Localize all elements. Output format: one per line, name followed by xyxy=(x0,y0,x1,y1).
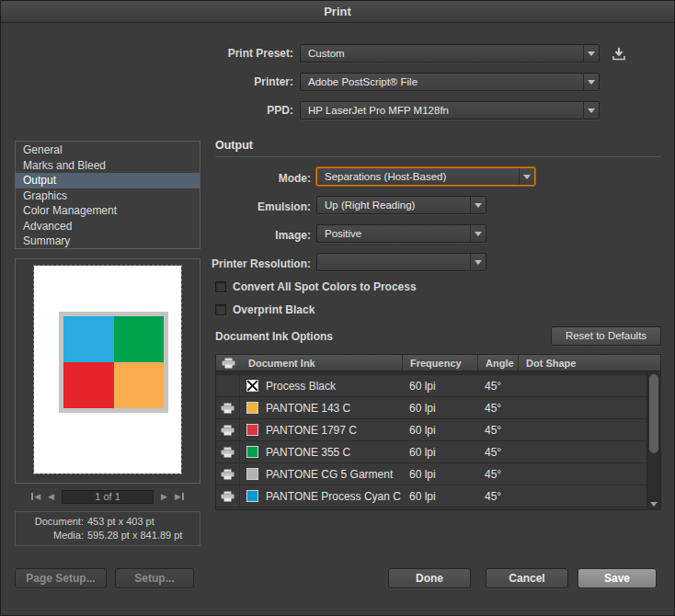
sidebar-item-marks-and-bleed[interactable]: Marks and Bleed xyxy=(16,158,200,174)
ink-row-pantone-355[interactable]: PANTONE 355 C 60 lpi 45° xyxy=(216,441,646,463)
print-column-header[interactable] xyxy=(216,355,240,371)
ppd-dropdown[interactable]: HP LaserJet Pro MFP M128fn xyxy=(300,101,600,120)
print-toggle[interactable] xyxy=(216,463,240,485)
titlebar[interactable]: Print xyxy=(1,1,674,23)
printer-dropdown[interactable]: Adobe PostScript® File xyxy=(300,73,600,91)
convert-spot-colors-checkbox[interactable] xyxy=(215,281,226,292)
document-size-label: Document: xyxy=(16,515,84,529)
page-setup-button[interactable]: Page Setup... xyxy=(15,568,107,588)
ink-name: Process Black xyxy=(266,380,336,393)
ink-swatch xyxy=(246,490,258,502)
chevron-down-icon xyxy=(583,45,599,62)
print-preview xyxy=(15,258,200,484)
sidebar-item-summary[interactable]: Summary xyxy=(16,234,200,249)
save-button[interactable]: Save xyxy=(578,568,657,588)
ink-name: PANTONE 1797 C xyxy=(266,424,357,437)
sidebar-item-color-management[interactable]: Color Management xyxy=(16,203,200,219)
overprint-black-checkbox[interactable] xyxy=(215,304,226,315)
print-toggle[interactable] xyxy=(216,485,240,507)
document-size-value: 453 pt x 403 pt xyxy=(87,515,154,529)
scrollbar-thumb[interactable] xyxy=(649,374,658,453)
vertical-scrollbar[interactable] xyxy=(646,371,660,509)
angle-column-header[interactable]: Angle xyxy=(477,355,518,371)
save-preset-button[interactable] xyxy=(610,45,628,62)
print-toggle[interactable] xyxy=(216,441,240,462)
sidebar-item-general[interactable]: General xyxy=(16,143,200,158)
emulsion-dropdown[interactable]: Up (Right Reading) xyxy=(316,196,486,214)
ink-angle: 45° xyxy=(477,468,518,481)
preview-artwork xyxy=(59,312,168,413)
sidebar-item-graphics[interactable]: Graphics xyxy=(16,188,200,204)
chevron-down-icon xyxy=(583,102,599,119)
ink-angle: 45° xyxy=(477,490,518,503)
sidebar-item-output[interactable]: Output xyxy=(16,173,200,188)
ink-frequency: 60 lpi xyxy=(402,468,477,481)
ink-name: PANTONE 143 C xyxy=(266,402,350,415)
document-ink-table: Document Ink Frequency Angle Dot Shape P… xyxy=(215,354,661,510)
printer-value: Adobe PostScript® File xyxy=(301,76,583,87)
printer-icon xyxy=(221,469,235,480)
reset-to-defaults-button[interactable]: Reset to Defaults xyxy=(551,326,661,346)
image-dropdown[interactable]: Positive xyxy=(316,224,486,243)
ink-frequency: 60 lpi xyxy=(402,380,477,393)
previous-page-button[interactable]: ◀ xyxy=(48,489,54,504)
print-toggle[interactable] xyxy=(216,419,240,440)
sidebar-item-advanced[interactable]: Advanced xyxy=(16,219,200,234)
ink-row-pantone-cg5[interactable]: PANTONE CG 5 Garment 60 lpi 45° xyxy=(216,463,646,485)
cancel-button[interactable]: Cancel xyxy=(486,568,568,588)
next-page-button[interactable]: ▶ xyxy=(161,489,167,504)
ink-row-process-black[interactable]: Process Black 60 lpi 45° xyxy=(216,375,646,397)
print-toggle[interactable] xyxy=(216,375,240,396)
frequency-column-header[interactable]: Frequency xyxy=(402,355,477,371)
printer-icon xyxy=(222,358,235,369)
chevron-down-icon xyxy=(583,74,599,90)
page-navigation: ◀ ◀ 1 of 1 ▶ ▶ xyxy=(15,489,200,504)
ink-row-pantone-143[interactable]: PANTONE 143 C 60 lpi 45° xyxy=(216,397,646,419)
printer-icon xyxy=(221,447,235,458)
window-title: Print xyxy=(324,5,351,18)
image-label: Image: xyxy=(178,226,311,245)
artwork-swatch-green xyxy=(114,316,164,362)
ppd-value: HP LaserJet Pro MFP M128fn xyxy=(301,105,583,116)
ink-swatch xyxy=(246,424,258,436)
ink-name: PANTONE 355 C xyxy=(266,446,350,459)
ink-table-body: Process Black 60 lpi 45° PANTONE 143 C 6… xyxy=(216,371,646,509)
preview-page[interactable] xyxy=(34,266,181,473)
artwork-swatch-red xyxy=(63,362,114,408)
ink-swatch xyxy=(246,446,258,458)
document-ink-options-title: Document Ink Options xyxy=(215,327,399,346)
ink-swatch xyxy=(246,468,258,480)
page-number-field[interactable]: 1 of 1 xyxy=(62,490,154,504)
setup-button[interactable]: Setup... xyxy=(115,568,194,588)
ink-angle: 45° xyxy=(477,424,518,437)
ink-name: PANTONE CG 5 Garment xyxy=(266,468,393,481)
save-preset-icon xyxy=(612,47,626,61)
ink-angle: 45° xyxy=(477,402,518,415)
dot-shape-column-header[interactable]: Dot Shape xyxy=(518,355,660,371)
done-button[interactable]: Done xyxy=(388,568,471,588)
print-options-list: General Marks and Bleed Output Graphics … xyxy=(15,141,200,249)
printer-icon xyxy=(221,425,235,436)
ink-row-pantone-process-cyan[interactable]: PANTONE Process Cyan C 60 lpi 45° xyxy=(216,485,646,508)
ink-angle: 45° xyxy=(477,446,518,459)
first-page-icon xyxy=(31,493,33,500)
mode-dropdown[interactable]: Separations (Host-Based) xyxy=(316,167,535,186)
document-ink-column-header[interactable]: Document Ink xyxy=(240,355,402,371)
print-preset-dropdown[interactable]: Custom xyxy=(300,44,600,63)
last-page-icon xyxy=(182,493,184,500)
ink-row-pantone-1797[interactable]: PANTONE 1797 C 60 lpi 45° xyxy=(216,419,646,441)
printer-icon xyxy=(221,403,235,414)
artwork-swatch-cyan xyxy=(63,316,114,362)
ink-frequency: 60 lpi xyxy=(402,490,477,503)
scroll-down-button[interactable] xyxy=(647,497,660,509)
mode-value: Separations (Host-Based) xyxy=(317,171,519,182)
overprint-black-label: Overprint Black xyxy=(233,303,315,316)
ink-name: PANTONE Process Cyan C xyxy=(266,490,401,503)
print-toggle[interactable] xyxy=(216,397,240,418)
artwork-swatch-orange xyxy=(114,362,164,408)
ink-table-header: Document Ink Frequency Angle Dot Shape xyxy=(216,355,660,371)
first-page-button[interactable]: ◀ xyxy=(31,489,40,504)
print-preset-label: Print Preset: xyxy=(139,44,293,63)
printer-resolution-dropdown[interactable] xyxy=(316,253,486,271)
last-page-button[interactable]: ▶ xyxy=(175,489,184,504)
